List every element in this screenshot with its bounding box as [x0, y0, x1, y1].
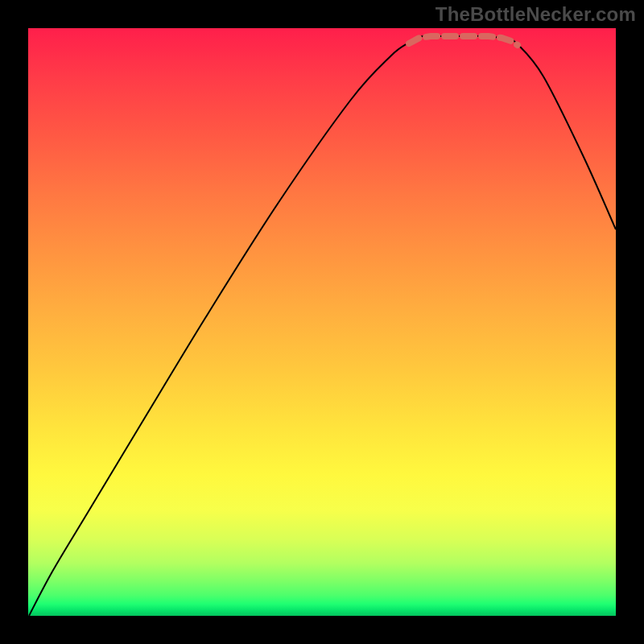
chart-svg	[28, 28, 616, 616]
chart-frame: TheBottleNecker.com	[0, 0, 644, 644]
highlight-segment	[409, 36, 518, 45]
watermark-text: TheBottleNecker.com	[436, 3, 636, 26]
bottleneck-curve	[29, 35, 616, 616]
plot-area	[28, 28, 616, 616]
